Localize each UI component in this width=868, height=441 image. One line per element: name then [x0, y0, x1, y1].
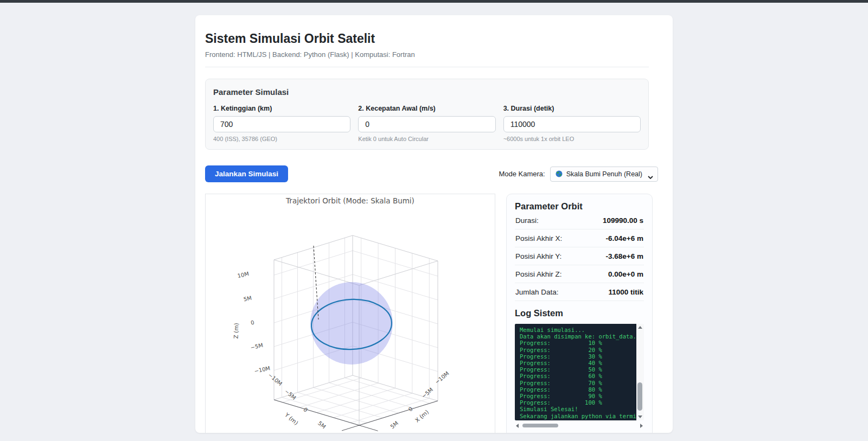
ztick: −5M — [250, 342, 264, 351]
earth-sphere — [310, 282, 393, 365]
durasi-hint: ~6000s untuk 1x orbit LEO — [503, 136, 641, 142]
kecepatan-hint: Ketik 0 untuk Auto Circular — [358, 136, 495, 142]
log-heading: Log Sistem — [515, 308, 644, 318]
param-value: -3.68e+6 m — [606, 252, 643, 260]
ztick: −10M — [254, 365, 271, 374]
ytick: −10M — [267, 372, 283, 387]
run-simulation-button[interactable]: Jalankan Simulasi — [205, 165, 288, 182]
xtick: −10M — [434, 370, 450, 386]
xtick: −5M — [420, 387, 434, 399]
xtick: 0 — [407, 406, 414, 413]
vertical-scroll-thumb[interactable] — [637, 382, 642, 411]
horizontal-scroll-thumb[interactable] — [522, 424, 558, 427]
camera-mode-label: Mode Kamera: — [499, 170, 545, 178]
page-subtitle: Frontend: HTML/JS | Backend: Python (Fla… — [205, 50, 658, 59]
form-heading: Parameter Simulasi — [213, 87, 641, 97]
orbit-params-heading: Parameter Orbit — [515, 201, 644, 212]
camera-mode-value: Skala Bumi Penuh (Real) — [566, 170, 642, 178]
x-axis-label: X (m) — [413, 408, 430, 424]
param-label: Posisi Akhir Z: — [515, 270, 562, 278]
param-value: 11000 titik — [608, 288, 643, 296]
vertical-scrollbar[interactable] — [636, 324, 644, 420]
plot-canvas: 10M 5M 0 −5M −10M Z (m) −10M −5M 0 5M Y … — [206, 194, 496, 433]
param-row-posisi-x: Posisi Akhir X: -6.04e+6 m — [515, 229, 644, 247]
param-row-jumlah-data: Jumlah Data: 11000 titik — [515, 283, 644, 301]
ketinggian-label: 1. Ketinggian (km) — [213, 105, 350, 112]
param-label: Posisi Akhir X: — [515, 234, 562, 242]
scroll-down-arrow-icon[interactable] — [638, 416, 642, 418]
param-value: 0.00e+0 m — [608, 270, 643, 278]
param-label: Durasi: — [515, 216, 539, 225]
divider — [205, 67, 649, 67]
param-row-posisi-y: Posisi Akhir Y: -3.68e+6 m — [515, 247, 644, 265]
scroll-left-arrow-icon[interactable] — [516, 424, 519, 428]
durasi-label: 3. Durasi (detik) — [503, 105, 641, 112]
param-value: -6.04e+6 m — [606, 234, 643, 242]
field-kecepatan: 2. Kecepatan Awal (m/s) Ketik 0 untuk Au… — [358, 105, 495, 142]
field-ketinggian: 1. Ketinggian (km) 400 (ISS), 35786 (GEO… — [213, 105, 350, 142]
ytick: −5M — [284, 388, 297, 401]
orbit-3d-plot: Trajektori Orbit (Mode: Skala Bumi) 10M … — [205, 194, 495, 433]
ztick: 10M — [237, 271, 250, 279]
chevron-down-icon — [648, 173, 653, 181]
camera-mode-select[interactable]: Skala Bumi Penuh (Real) — [550, 167, 658, 182]
log-output[interactable]: Memulai simulasi...Data akan disimpan ke… — [515, 324, 636, 420]
param-value: 109990.00 s — [603, 216, 643, 225]
kecepatan-label: 2. Kecepatan Awal (m/s) — [358, 105, 495, 112]
top-navbar — [0, 0, 868, 3]
y-axis-label: Y (m) — [283, 411, 299, 426]
durasi-input[interactable] — [503, 116, 641, 132]
globe-icon — [556, 170, 563, 177]
z-axis-label: Z (m) — [233, 323, 240, 338]
xtick: 5M — [389, 420, 399, 430]
param-label: Posisi Akhir Y: — [515, 252, 561, 260]
page-title: Sistem Simulasi Orbit Satelit — [205, 31, 658, 46]
field-durasi: 3. Durasi (detik) ~6000s untuk 1x orbit … — [503, 105, 641, 142]
kecepatan-input[interactable] — [358, 116, 495, 132]
ketinggian-input[interactable] — [213, 116, 350, 132]
ztick: 5M — [243, 295, 252, 303]
results-panel: Parameter Orbit Durasi: 109990.00 s Posi… — [506, 194, 653, 433]
param-row-posisi-z: Posisi Akhir Z: 0.00e+0 m — [515, 265, 644, 283]
main-card: Sistem Simulasi Orbit Satelit Frontend: … — [195, 15, 673, 433]
param-row-durasi: Durasi: 109990.00 s — [515, 212, 644, 229]
horizontal-scrollbar[interactable] — [515, 423, 644, 429]
scroll-right-arrow-icon[interactable] — [640, 424, 643, 428]
param-label: Jumlah Data: — [515, 288, 559, 296]
ketinggian-hint: 400 (ISS), 35786 (GEO) — [213, 136, 350, 142]
parameter-form: Parameter Simulasi 1. Ketinggian (km) 40… — [205, 79, 649, 150]
ytick: 5M — [317, 420, 327, 430]
ztick: 0 — [250, 319, 255, 326]
scroll-up-arrow-icon[interactable] — [638, 326, 642, 329]
terminal-wrap: Memulai simulasi...Data akan disimpan ke… — [515, 324, 644, 429]
